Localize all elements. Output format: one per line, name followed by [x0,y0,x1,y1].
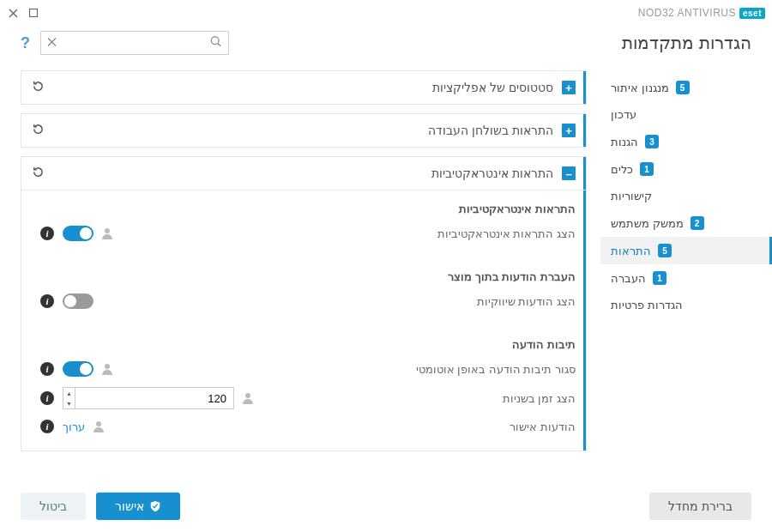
ok-button[interactable]: אישור [96,493,180,520]
svg-point-3 [105,364,110,369]
info-icon[interactable]: i [40,362,54,376]
panel-interactive-notifications: – התראות אינטראקטיביות התראות אינטראקטיב… [21,156,587,451]
maximize-button[interactable] [27,7,39,19]
cancel-button[interactable]: ביטול [21,493,86,520]
spinner-up[interactable]: ▲ [63,388,75,398]
row-seconds: הצג זמן בשניות ▲ ▼ i [40,382,576,414]
help-icon[interactable]: ? [21,34,30,52]
topbar: הגדרות מתקדמות ? [0,26,772,60]
sidebar-item-label: מנגנון איתור [611,82,669,94]
badge: 1 [640,162,654,176]
row-label: סגור תיבות הודעה באופן אוטומטי [268,363,576,376]
user-icon [100,362,114,376]
sidebar-item-tools[interactable]: 1כלים [600,155,772,183]
window-controls [7,7,45,19]
accent-stripe [583,157,586,190]
search-input[interactable] [40,31,229,55]
page-title: הגדרות מתקדמות [622,33,751,53]
sidebar-item-label: העברה [611,272,646,285]
seconds-spinner: ▲ ▼ [63,387,234,409]
user-icon [100,227,114,240]
brand: eset NOD32 ANTIVIRUS [638,7,765,19]
sidebar-item-notifications[interactable]: 5התראות [600,237,772,264]
badge: 5 [658,244,672,257]
sidebar-item-forwarding[interactable]: 1העברה [600,264,772,292]
footer-buttons: אישור ביטול [21,493,180,520]
info-icon[interactable]: i [40,227,54,240]
section-heading-message-boxes: תיבות הודעה [40,338,576,351]
control [63,361,260,377]
section-heading-interactive: התראות אינטראקטיביות [40,203,576,215]
sidebar-item-label: ממשק משתמש [611,217,684,230]
row-label: הודעות אישור [268,420,576,433]
toggle-autoclose[interactable] [63,361,93,377]
svg-rect-0 [30,9,38,17]
titlebar: eset NOD32 ANTIVIRUS [0,0,772,26]
info-icon[interactable]: i [40,391,54,405]
row-label: הצג זמן בשניות [268,392,576,405]
sidebar-item-protections[interactable]: 3הגנות [600,128,772,155]
badge: 5 [676,81,690,94]
panel-header[interactable]: + התראות בשולחן העבודה [21,114,586,147]
toggle-show-interactive[interactable] [63,226,93,241]
sidebar-item-ui[interactable]: 2ממשק משתמש [600,209,772,237]
spinner-down[interactable]: ▼ [63,398,75,408]
panel-header[interactable]: + סטטוסים של אפליקציות [21,71,586,104]
reset-icon[interactable] [32,166,45,181]
accent-stripe [583,190,586,450]
sidebar-item-label: עדכון [611,108,636,121]
close-button[interactable] [7,7,19,19]
row-show-interactive: הצג התראות אינטראקטיביות i [40,221,576,246]
expand-icon[interactable]: + [562,81,576,94]
sidebar-item-label: הגנות [611,136,638,148]
panel-app-status: + סטטוסים של אפליקציות [21,70,587,105]
sidebar-item-label: כלים [611,163,633,176]
panel-title: סטטוסים של אפליקציות [53,81,553,94]
user-icon [92,420,106,433]
edit-link[interactable]: ערוך [63,420,85,433]
svg-point-5 [96,421,101,426]
main: 5מנגנון איתור עדכון 3הגנות 1כלים קישוריו… [0,60,772,481]
collapse-icon[interactable]: – [562,166,576,180]
shield-icon [149,500,161,512]
seconds-input[interactable] [75,388,233,408]
sidebar-item-privacy[interactable]: הגדרות פרטיות [600,292,772,318]
panel-title: התראות בשולחן העבודה [53,124,553,137]
sidebar-item-label: קישוריות [611,190,652,203]
user-icon [241,391,255,405]
spinner-buttons: ▲ ▼ [63,388,75,408]
default-button[interactable]: ברירת מחדל [649,493,751,520]
info-icon[interactable]: i [40,420,54,433]
sidebar-item-update[interactable]: עדכון [600,101,772,128]
search-box [40,31,229,55]
sidebar-item-detection-engine[interactable]: 5מנגנון איתור [600,74,772,101]
panel-body: התראות אינטראקטיביות הצג התראות אינטראקט… [21,190,586,450]
sidebar-item-label: הגדרות פרטיות [611,299,683,311]
row-label: הצג התראות אינטראקטיביות [268,227,576,240]
row-confirm: הודעות אישור ערוך i [40,414,576,438]
brand-badge: eset [739,8,765,19]
content: + סטטוסים של אפליקציות + התראות בשולחן ה… [0,60,600,481]
svg-point-1 [211,37,219,45]
expand-icon[interactable]: + [562,124,576,137]
badge: 3 [645,135,659,148]
clear-icon[interactable] [47,37,57,50]
svg-point-4 [245,393,250,398]
panel-desktop-notifications: + התראות בשולחן העבודה [21,113,587,148]
control [63,293,260,309]
badge: 2 [691,216,704,230]
reset-icon[interactable] [32,80,45,95]
accent-stripe [583,114,586,147]
control: ▲ ▼ [63,387,260,409]
panel-header[interactable]: – התראות אינטראקטיביות [21,157,586,190]
row-autoclose: סגור תיבות הודעה באופן אוטומטי i [40,356,576,382]
info-icon[interactable]: i [40,294,54,308]
control [63,226,260,241]
reset-icon[interactable] [32,123,45,138]
toggle-marketing[interactable] [63,293,93,309]
ok-label: אישור [115,499,144,513]
footer: ברירת מחדל אישור ביטול [0,481,772,532]
sidebar-item-label: התראות [611,245,651,257]
section-heading-product-messaging: העברת הודעות בתוך מוצר [40,270,576,283]
sidebar-item-connectivity[interactable]: קישוריות [600,183,772,209]
